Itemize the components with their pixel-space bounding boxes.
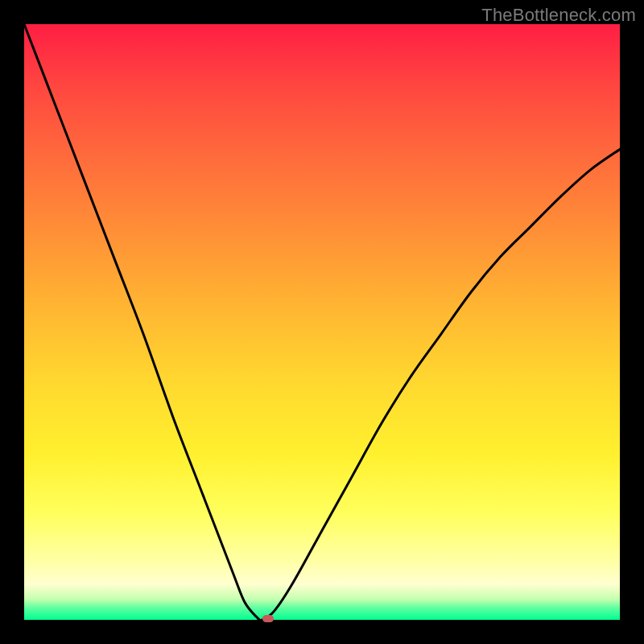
chart-frame: TheBottleneck.com [0,0,644,644]
watermark-text: TheBottleneck.com [481,5,636,26]
bottleneck-curve [24,24,620,620]
optimal-point-marker [262,615,274,622]
